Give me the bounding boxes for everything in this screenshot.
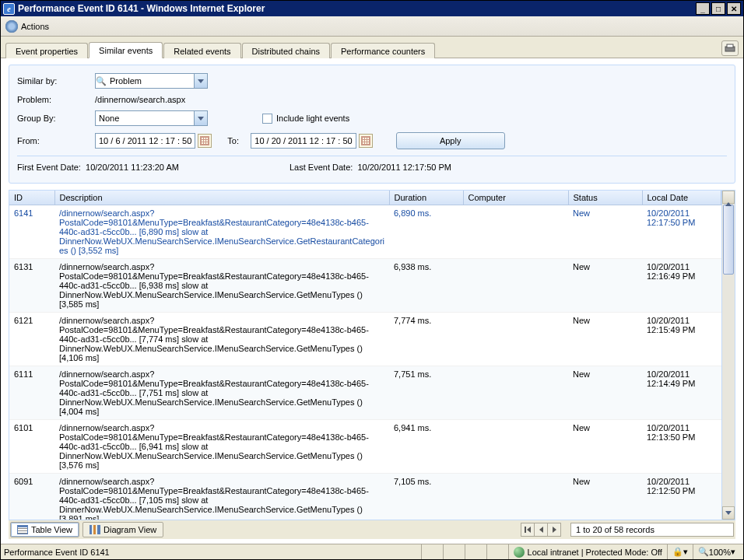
close-button[interactable]: ✕: [727, 2, 741, 15]
cell-status: New: [568, 313, 642, 366]
cell-id: 6121: [9, 313, 54, 366]
table-row[interactable]: 6111/dinnernow/search.aspx?PostalCode=98…: [9, 366, 721, 420]
cell-status: New: [568, 366, 642, 420]
col-local-date[interactable]: Local Date: [642, 191, 721, 205]
scroll-down-button[interactable]: [722, 506, 735, 520]
last-event-value: 10/20/2011 12:17:50 PM: [357, 163, 451, 172]
page-prev-button[interactable]: [534, 523, 548, 537]
status-left: Performance Event ID 6141: [4, 548, 110, 557]
minimize-button[interactable]: _: [696, 2, 710, 15]
status-zone: Local intranet | Protected Mode: Off: [528, 548, 662, 557]
table-row[interactable]: 6141/dinnernow/search.aspx?PostalCode=98…: [9, 205, 721, 259]
cell-description: /dinnernow/search.aspx?PostalCode=98101&…: [54, 313, 389, 366]
pager-text[interactable]: 1 to 20 of 58 records: [570, 523, 734, 537]
tab-similar-events[interactable]: Similar events: [89, 42, 163, 58]
cell-duration: 7,774 ms.: [389, 313, 463, 366]
col-id[interactable]: ID: [9, 191, 54, 205]
cell-id: 6131: [9, 259, 54, 313]
group-by-value: None: [96, 114, 194, 123]
tab-related-events[interactable]: Related events: [163, 43, 240, 58]
page-first-button[interactable]: [521, 523, 535, 537]
col-duration[interactable]: Duration: [389, 191, 463, 205]
cell-description: /dinnernow/search.aspx?PostalCode=98101&…: [54, 259, 389, 313]
to-calendar-button[interactable]: [359, 134, 373, 148]
to-label: To:: [227, 136, 251, 145]
tab-event-properties[interactable]: Event properties: [5, 43, 88, 58]
cell-duration: 6,890 ms.: [389, 205, 463, 259]
include-light-label: Include light events: [276, 114, 349, 123]
svg-rect-1: [727, 44, 733, 47]
table-row[interactable]: 6091/dinnernow/search.aspx?PostalCode=98…: [9, 474, 721, 520]
vertical-scrollbar[interactable]: [721, 191, 735, 520]
table-row[interactable]: 6121/dinnernow/search.aspx?PostalCode=98…: [9, 313, 721, 366]
maximize-button[interactable]: □: [711, 2, 725, 15]
cell-computer: [463, 366, 568, 420]
scroll-thumb[interactable]: [723, 205, 734, 275]
first-event-label: First Event Date:: [17, 163, 81, 172]
cell-computer: [463, 420, 568, 474]
tab-performance-counters[interactable]: Performance counters: [331, 43, 435, 58]
printer-icon: [725, 44, 735, 53]
cell-id: 6111: [9, 366, 54, 420]
cell-id: 6091: [9, 474, 54, 520]
table-icon: [17, 525, 28, 534]
cell-description: /dinnernow/search.aspx?PostalCode=98101&…: [54, 420, 389, 474]
include-light-checkbox[interactable]: [262, 114, 272, 124]
chevron-down-icon[interactable]: [194, 111, 207, 125]
table-view-button[interactable]: Table View: [10, 522, 79, 537]
cell-id: 6101: [9, 420, 54, 474]
grid-footer: Table View Diagram View 1 to 20 of 58 re…: [9, 520, 735, 539]
table-row[interactable]: 6101/dinnernow/search.aspx?PostalCode=98…: [9, 420, 721, 474]
cell-description[interactable]: /dinnernow/search.aspx?PostalCode=98101&…: [54, 205, 389, 259]
cell-description: /dinnernow/search.aspx?PostalCode=98101&…: [54, 366, 389, 420]
apply-button[interactable]: Apply: [396, 132, 505, 149]
cell-computer: [463, 259, 568, 313]
window-title: Performance Event ID 6141 - Windows Inte…: [18, 3, 265, 14]
cell-date: 10/20/2011 12:13:50 PM: [642, 420, 721, 474]
cell-id[interactable]: 6141: [9, 205, 54, 259]
problem-value: /dinnernow/search.aspx: [95, 95, 185, 104]
zone-icon: [514, 547, 525, 558]
chevron-down-icon[interactable]: [194, 74, 207, 88]
protected-mode-toggle[interactable]: 🔒▾: [667, 544, 693, 559]
table-row[interactable]: 6131/dinnernow/search.aspx?PostalCode=98…: [9, 259, 721, 313]
cell-duration: 6,938 ms.: [389, 259, 463, 313]
tab-distributed-chains[interactable]: Distributed chains: [242, 43, 330, 58]
cell-computer: [463, 205, 568, 259]
tabstrip: Event properties Similar events Related …: [1, 37, 743, 58]
cell-status: New: [568, 205, 642, 259]
content-area: Similar by: 🔍 Problem Problem: /dinnerno…: [1, 58, 743, 544]
cell-duration: 7,751 ms.: [389, 366, 463, 420]
first-event-value: 10/20/2011 11:23:20 AM: [86, 163, 179, 172]
cell-status: New: [568, 420, 642, 474]
search-icon: 🔍: [96, 76, 107, 86]
similar-by-combo[interactable]: 🔍 Problem: [95, 73, 208, 89]
actions-bar: Actions: [1, 16, 743, 37]
cell-date: 10/20/2011 12:17:50 PM: [642, 205, 721, 259]
cell-computer: [463, 474, 568, 520]
from-label: From:: [17, 136, 95, 145]
similar-by-value: Problem: [107, 76, 194, 86]
from-datetime[interactable]: 10 / 6 / 2011 12 : 17 : 50: [95, 133, 195, 149]
similar-by-label: Similar by:: [17, 76, 95, 86]
col-status[interactable]: Status: [568, 191, 642, 205]
col-description[interactable]: Description: [54, 191, 389, 205]
from-calendar-button[interactable]: [198, 134, 212, 148]
actions-label[interactable]: Actions: [21, 22, 49, 31]
cell-date: 10/20/2011 12:12:50 PM: [642, 474, 721, 520]
cell-computer: [463, 313, 568, 366]
titlebar: e Performance Event ID 6141 - Windows In…: [1, 1, 743, 16]
problem-label: Problem:: [17, 95, 95, 104]
print-button[interactable]: [721, 40, 739, 56]
cell-date: 10/20/2011 12:16:49 PM: [642, 259, 721, 313]
col-computer[interactable]: Computer: [463, 191, 568, 205]
ie-icon: e: [3, 3, 15, 15]
zoom-control[interactable]: 🔍 100% ▾: [693, 544, 740, 559]
cell-description: /dinnernow/search.aspx?PostalCode=98101&…: [54, 474, 389, 520]
diagram-view-button[interactable]: Diagram View: [82, 522, 163, 537]
cell-status: New: [568, 259, 642, 313]
group-by-combo[interactable]: None: [95, 110, 208, 126]
page-next-button[interactable]: [547, 523, 561, 537]
to-datetime[interactable]: 10 / 20 / 2011 12 : 17 : 50: [251, 133, 356, 149]
scroll-up-button[interactable]: [722, 191, 735, 204]
